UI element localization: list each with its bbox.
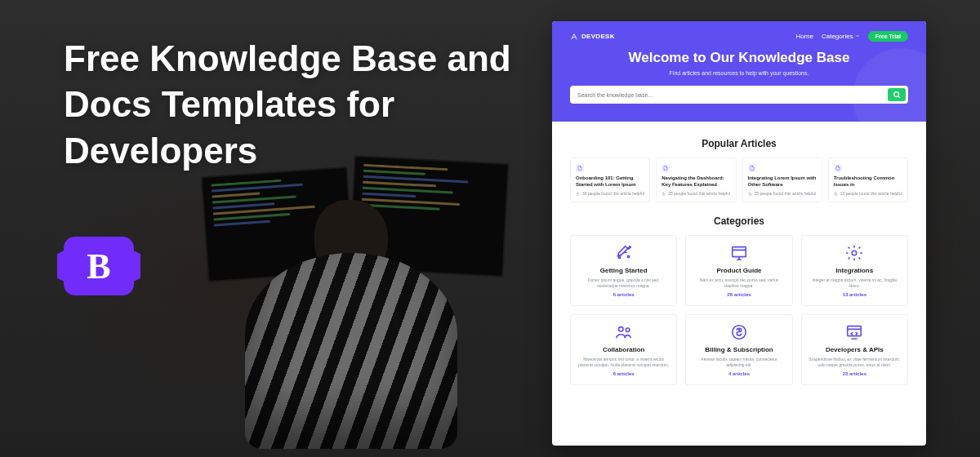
search-icon bbox=[893, 91, 901, 99]
preview-brand-text: DEVDESK bbox=[581, 33, 615, 40]
svg-point-0 bbox=[894, 92, 899, 97]
preview-search-bar bbox=[570, 86, 908, 104]
svg-point-5 bbox=[618, 327, 623, 332]
popular-article-card[interactable]: Onboarding 101: Getting Started with Lor… bbox=[570, 158, 650, 202]
category-count: 13 articles bbox=[808, 292, 901, 297]
category-icon bbox=[730, 323, 748, 341]
svg-point-2 bbox=[627, 255, 629, 257]
category-card[interactable]: Product Guide Nam ex arcu, suscipit nec … bbox=[685, 235, 792, 306]
category-desc: Maecenas tempus nisl tortor, a viverra l… bbox=[577, 357, 670, 367]
category-icon bbox=[615, 323, 633, 341]
category-icon bbox=[845, 323, 863, 341]
category-desc: Donec ipsum augue, gravida a nisl sed, s… bbox=[577, 277, 670, 288]
preview-brand[interactable]: DEVDESK bbox=[570, 33, 615, 41]
article-title: Integrating Lorem Ipsum with Other Softw… bbox=[748, 175, 817, 188]
bootstrap-logo-icon: B bbox=[64, 237, 134, 295]
article-meta: 13 people found this article helpful bbox=[834, 191, 902, 196]
category-card[interactable]: Developers & APIs Suspendisse finibus, e… bbox=[801, 314, 908, 385]
nav-link-categories[interactable]: Categories bbox=[822, 33, 860, 40]
chevron-down-icon bbox=[855, 33, 860, 38]
document-icon bbox=[576, 164, 584, 172]
template-preview-panel: DEVDESK Home Categories Free Trial Welco… bbox=[552, 21, 926, 446]
article-meta: 25 people found this article helpful bbox=[662, 191, 730, 196]
document-icon bbox=[834, 164, 842, 172]
category-count: 28 articles bbox=[693, 292, 785, 297]
category-icon bbox=[845, 244, 863, 262]
popular-article-card[interactable]: Navigating the Dashboard: Key Features E… bbox=[656, 158, 736, 202]
article-meta: 30 people found this article helpful bbox=[576, 191, 644, 196]
svg-point-1 bbox=[618, 256, 620, 258]
category-card[interactable]: Getting Started Donec ipsum augue, gravi… bbox=[570, 235, 677, 306]
category-title: Integrations bbox=[808, 267, 901, 274]
article-title: Onboarding 101: Getting Started with Lor… bbox=[576, 175, 644, 188]
popular-article-card[interactable]: Troubleshooting Common Issues in 13 peop… bbox=[828, 158, 908, 202]
category-count: 23 articles bbox=[808, 371, 901, 376]
article-title: Troubleshooting Common Issues in bbox=[834, 175, 902, 188]
preview-hero-title: Welcome to Our Knowledge Base bbox=[570, 50, 908, 66]
svg-point-6 bbox=[626, 328, 630, 332]
category-desc: Integer at magna dictum, viverra mi ac, … bbox=[808, 277, 901, 288]
category-title: Product Guide bbox=[693, 267, 785, 274]
document-icon bbox=[662, 164, 670, 172]
category-title: Billing & Subscription bbox=[693, 346, 785, 353]
preview-search-input[interactable] bbox=[572, 88, 888, 101]
nav-link-categories-label: Categories bbox=[822, 33, 853, 40]
category-card[interactable]: Collaboration Maecenas tempus nisl torto… bbox=[570, 314, 677, 385]
category-desc: Aenean iaculis sapien massa, consectetur… bbox=[693, 357, 785, 367]
section-heading-popular: Popular Articles bbox=[570, 138, 908, 149]
preview-search-submit-button[interactable] bbox=[888, 88, 906, 101]
category-card[interactable]: Billing & Subscription Aenean iaculis sa… bbox=[685, 314, 792, 385]
page-headline: Free Knowledge Base and Docs Templates f… bbox=[64, 36, 521, 174]
preview-navbar: DEVDESK Home Categories Free Trial bbox=[570, 31, 908, 42]
category-desc: Nam ex arcu, suscipit nec purus sed, var… bbox=[693, 277, 785, 288]
category-icon bbox=[730, 244, 748, 262]
category-title: Developers & APIs bbox=[808, 346, 901, 353]
preview-hero-subtitle: Find articles and resources to help with… bbox=[570, 70, 908, 76]
category-card[interactable]: Integrations Integer at magna dictum, vi… bbox=[801, 235, 908, 306]
article-title: Navigating the Dashboard: Key Features E… bbox=[662, 175, 730, 188]
category-title: Getting Started bbox=[577, 267, 670, 274]
category-count: 4 articles bbox=[693, 371, 785, 376]
svg-point-4 bbox=[853, 251, 858, 255]
preview-hero: DEVDESK Home Categories Free Trial Welco… bbox=[552, 21, 926, 122]
svg-rect-3 bbox=[733, 247, 746, 257]
category-count: 6 articles bbox=[577, 371, 670, 376]
document-icon bbox=[748, 164, 756, 172]
nav-link-home[interactable]: Home bbox=[796, 33, 813, 40]
article-meta: 25 people found this article helpful bbox=[748, 191, 817, 196]
category-icon bbox=[615, 244, 633, 262]
popular-article-card[interactable]: Integrating Lorem Ipsum with Other Softw… bbox=[742, 158, 822, 202]
cta-free-trial-button[interactable]: Free Trial bbox=[868, 31, 908, 42]
category-title: Collaboration bbox=[577, 346, 670, 353]
category-desc: Suspendisse finibus, ex vitae fermentum … bbox=[808, 357, 901, 367]
category-count: 6 articles bbox=[577, 292, 670, 297]
section-heading-categories: Categories bbox=[570, 215, 908, 227]
svg-rect-8 bbox=[848, 326, 862, 336]
